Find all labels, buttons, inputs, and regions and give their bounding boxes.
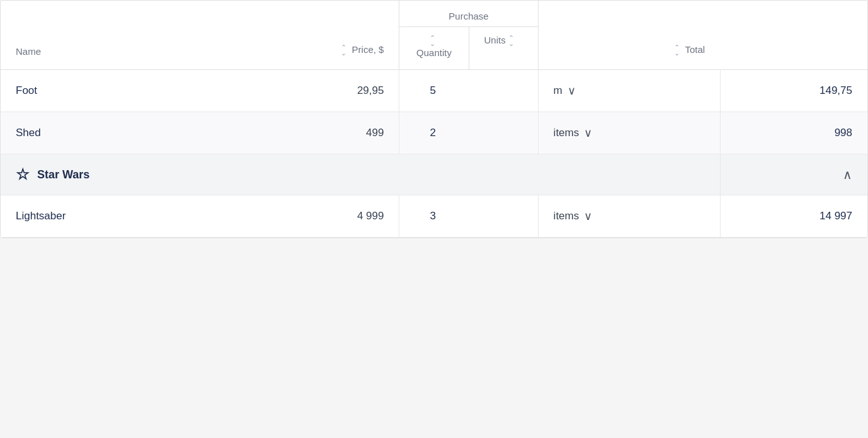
units-value: m: [554, 84, 562, 97]
units-dropdown[interactable]: items ∨: [554, 126, 593, 140]
cell-name: Lightsaber: [1, 195, 261, 238]
units-value: items: [554, 127, 580, 139]
cell-total: 149,75: [720, 70, 867, 112]
cell-total: 14 997: [720, 195, 867, 238]
table-row: Foot 29,95 5 m ∨ 149,75: [1, 70, 867, 112]
units-value: items: [554, 210, 580, 222]
cell-name: Foot: [1, 70, 261, 112]
table-row: Shed 499 2 items ∨ 998: [1, 112, 867, 154]
group-label-cell: ☆ Star Wars: [1, 154, 720, 195]
units-sort-icon: [508, 35, 514, 47]
cell-units: items ∨: [538, 195, 720, 238]
cell-price: 4 999: [261, 195, 399, 238]
purchase-label: Purchase: [399, 1, 537, 27]
col-header-units[interactable]: Units: [469, 27, 538, 69]
total-sort-icon: [674, 44, 680, 57]
col-header-name[interactable]: Name: [1, 1, 261, 70]
col-header-purchase: Purchase Quantity Units: [399, 1, 538, 70]
cell-name: Shed: [1, 112, 261, 154]
name-header-label: Name: [16, 46, 41, 57]
cell-quantity: 3: [399, 195, 538, 238]
col-header-quantity[interactable]: Quantity: [399, 27, 469, 69]
cell-price: 499: [261, 112, 399, 154]
price-sort-icon: [341, 44, 346, 57]
dropdown-arrow-icon[interactable]: ∨: [584, 126, 592, 140]
total-header-label: Total: [685, 44, 705, 55]
cell-total: 998: [720, 112, 867, 154]
price-header-label: Price, $: [352, 44, 384, 55]
cell-quantity: 2: [399, 112, 538, 154]
dropdown-arrow-icon[interactable]: ∨: [584, 209, 592, 223]
cell-price: 29,95: [261, 70, 399, 112]
table-row: Lightsaber 4 999 3 items ∨ 14 997: [1, 195, 867, 238]
collapse-button[interactable]: ∧: [736, 167, 852, 182]
quantity-sort-icon: [430, 35, 435, 47]
col-header-total[interactable]: Total: [538, 1, 720, 70]
header-row: Name Price, $ Purchase Quantity: [1, 1, 867, 70]
star-icon: ☆: [16, 166, 30, 183]
dropdown-arrow-icon[interactable]: ∨: [568, 84, 576, 98]
cell-units: items ∨: [538, 112, 720, 154]
group-collapse-cell: ∧: [720, 154, 867, 195]
units-dropdown[interactable]: items ∨: [554, 209, 593, 223]
cell-units: m ∨: [538, 70, 720, 112]
col-header-price[interactable]: Price, $: [261, 1, 399, 70]
product-table: Name Price, $ Purchase Quantity: [0, 0, 868, 238]
group-name: Star Wars: [37, 168, 89, 182]
units-dropdown[interactable]: m ∨: [554, 84, 576, 98]
cell-quantity: 5: [399, 70, 538, 112]
group-row: ☆ Star Wars ∧: [1, 154, 867, 195]
